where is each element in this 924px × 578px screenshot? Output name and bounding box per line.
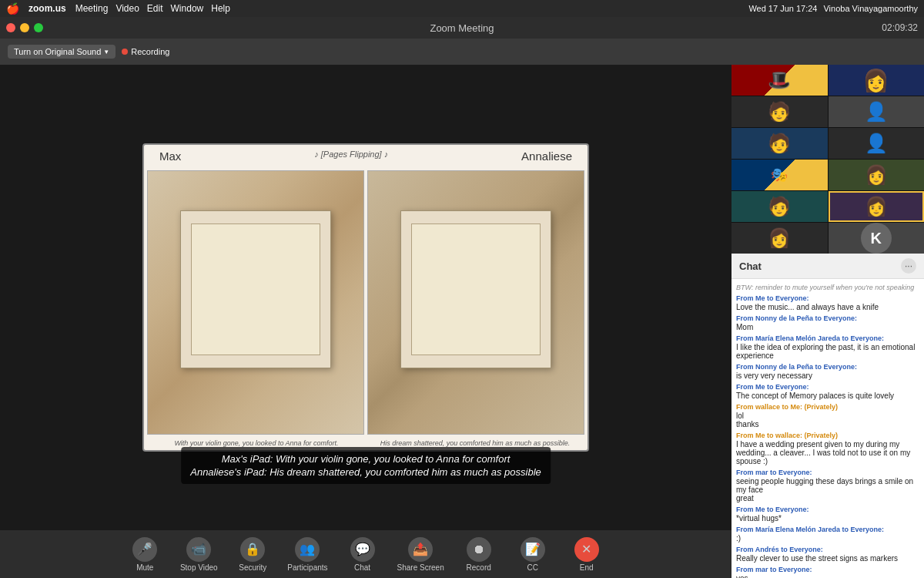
presenter-left-name: Max — [159, 150, 181, 163]
gallery-cell-11: 👩 — [732, 223, 828, 254]
presentation-images — [144, 167, 588, 438]
gallery-cell-3: 🧑 — [732, 96, 828, 127]
presentation-frame: Max ♪ [Pages Flipping] ♪ Annaliese — [142, 143, 589, 452]
share-screen-icon: 📤 — [408, 537, 433, 562]
close-button[interactable] — [6, 23, 15, 32]
video-icon: 📹 — [186, 537, 211, 562]
main-presenter: Max ♪ [Pages Flipping] ♪ Annaliese — [0, 65, 732, 530]
apple-menu[interactable]: 🍎 — [6, 2, 19, 15]
subtitle-line2: Annaliese's iPad: His dream shattered, y… — [190, 466, 541, 478]
gallery-cell-5: 🧑 — [732, 128, 828, 159]
original-sound-button[interactable]: Turn on Original Sound ▼ — [8, 45, 116, 59]
menubar-user: Vinoba Vinayagamoorthy — [823, 4, 918, 13]
menubar: 🍎 zoom.us Meeting Video Edit Window Help… — [0, 0, 924, 17]
zoom-window: Zoom Meeting 02:09:32 Turn on Original S… — [0, 17, 924, 578]
menubar-right: Wed 17 Jun 17:24 Vinoba Vinayagamoorthy — [748, 4, 918, 13]
security-icon: 🔒 — [240, 537, 265, 562]
share-screen-button[interactable]: 📤 Share Screen — [397, 537, 444, 572]
end-icon: ✕ — [574, 537, 599, 562]
right-image-box — [367, 170, 584, 435]
gallery-cell-1: 🎩 — [732, 65, 828, 96]
zoom-toolbar: Turn on Original Sound ▼ Recording — [0, 39, 924, 65]
chat-message-2: From Me to Everyone: Love the music... a… — [736, 294, 919, 311]
gallery-cell-8: 👩 — [829, 160, 925, 190]
chat-panel: Chat ··· BTW: reminder to mute yourself … — [732, 254, 924, 578]
bottom-toolbar: 🎤 Mute 📹 Stop Video 🔒 Security 👥 Partici… — [0, 530, 732, 578]
gallery-cell-4: 👤 — [829, 96, 925, 127]
chat-message-8: From Me to wallace: (Privately) I have a… — [736, 432, 919, 465]
chat-message-9: From mar to Everyone: seeing people hugg… — [736, 469, 919, 502]
chat-message-4: From María Elena Melón Jareda to Everyon… — [736, 334, 919, 360]
gallery-cell-6: 👤 — [829, 128, 925, 159]
record-icon: ⏺ — [467, 537, 491, 562]
chat-message-6: From Me to Everyone: The concept of Memo… — [736, 383, 919, 400]
gallery-cell-2: 👩 — [829, 65, 925, 96]
menu-edit[interactable]: Edit — [147, 3, 163, 14]
subtitle-line1: Max's iPad: With your violin gone, you l… — [190, 453, 541, 465]
gallery-cell-7: 🎭 — [732, 160, 828, 190]
left-image-box — [147, 170, 364, 435]
menu-items: Meeting Video Edit Window Help — [75, 3, 230, 14]
security-button[interactable]: 🔒 Security — [233, 537, 272, 572]
chat-message-12: From Andrés to Everyone: Really clever t… — [736, 546, 919, 563]
chat-header: Chat ··· — [732, 254, 924, 279]
zoom-titlebar: Zoom Meeting 02:09:32 — [0, 17, 924, 39]
gallery-cell-12: K — [829, 223, 925, 254]
menu-help[interactable]: Help — [211, 3, 230, 14]
gallery-cell-9: 🧑 — [732, 191, 828, 222]
closed-caption-button[interactable]: 📝 CC — [514, 537, 552, 572]
chat-message-5: From Nonny de la Peña to Everyone: is ve… — [736, 363, 919, 380]
chat-message-13: From mar to Everyone: yes — [736, 566, 919, 578]
recording-indicator: Recording — [122, 47, 169, 56]
video-area: Max ♪ [Pages Flipping] ♪ Annaliese — [0, 65, 732, 578]
left-book-image — [148, 171, 363, 434]
maximize-button[interactable] — [34, 23, 43, 32]
mute-button[interactable]: 🎤 Mute — [126, 537, 164, 572]
chat-title: Chat — [739, 260, 762, 272]
music-note: ♪ [Pages Flipping] ♪ — [314, 150, 388, 163]
chat-message-3: From Nonny de la Peña to Everyone: Mom — [736, 314, 919, 331]
menubar-time: Wed 17 Jun 17:24 — [748, 4, 817, 13]
minimize-button[interactable] — [20, 23, 29, 32]
presenter-right-name: Annaliese — [521, 150, 572, 163]
recording-dot-icon — [122, 49, 128, 55]
subtitle-bar: Max's iPad: With your violin gone, you l… — [181, 447, 551, 484]
chat-message-7: From wallace to Me: (Privately) lolthank… — [736, 403, 919, 428]
participants-button[interactable]: 👥 Participants — [287, 537, 327, 572]
presentation-header: Max ♪ [Pages Flipping] ♪ Annaliese — [144, 145, 588, 167]
participant-avatar-k: K — [861, 223, 892, 254]
end-meeting-button[interactable]: ✕ End — [567, 537, 606, 572]
record-button[interactable]: ⏺ Record — [460, 537, 498, 572]
menu-window[interactable]: Window — [171, 3, 204, 14]
chat-message-11: From María Elena Melón Jareda to Everyon… — [736, 526, 919, 543]
meeting-timer: 02:09:32 — [882, 22, 918, 33]
menu-meeting[interactable]: Meeting — [75, 3, 109, 14]
chat-message-1: BTW: reminder to mute yourself when you'… — [736, 284, 919, 291]
chat-messages[interactable]: BTW: reminder to mute yourself when you'… — [732, 279, 924, 578]
cc-icon: 📝 — [521, 537, 545, 562]
app-name: zoom.us — [28, 3, 66, 14]
gallery-cell-10: 👩 — [829, 191, 925, 222]
right-book-image — [368, 171, 584, 434]
chat-icon: 💬 — [350, 537, 375, 562]
right-panel: 🎩 👩 🧑 👤 🧑 👤 — [732, 65, 924, 578]
participants-icon: 👥 — [295, 537, 320, 562]
menu-video[interactable]: Video — [116, 3, 139, 14]
gallery-grid: 🎩 👩 🧑 👤 🧑 👤 — [732, 65, 924, 254]
window-title: Zoom Meeting — [430, 22, 494, 34]
mute-icon: 🎤 — [132, 537, 157, 562]
dropdown-arrow-icon: ▼ — [103, 49, 109, 55]
video-button[interactable]: 📹 Stop Video — [179, 537, 218, 572]
chat-button[interactable]: 💬 Chat — [343, 537, 382, 572]
chat-message-10: From Me to Everyone: *virtual hugs* — [736, 506, 919, 523]
chat-more-button[interactable]: ··· — [901, 258, 916, 274]
traffic-lights[interactable] — [6, 23, 43, 32]
main-content: Max ♪ [Pages Flipping] ♪ Annaliese — [0, 65, 924, 578]
